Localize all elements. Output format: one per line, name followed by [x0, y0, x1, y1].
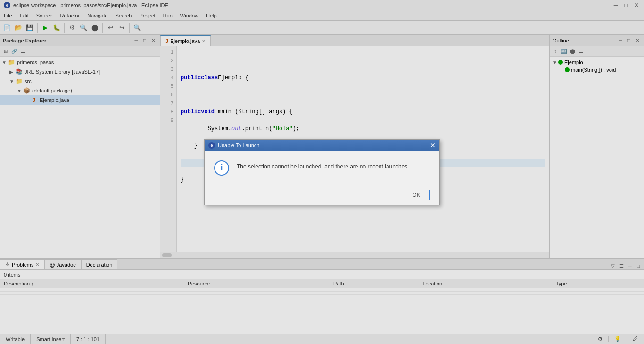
dialog-titlebar-left: e Unable To Launch [208, 142, 259, 149]
dialog-titlebar: e Unable To Launch ✕ [205, 140, 439, 151]
dialog-info-icon: i [214, 160, 229, 176]
dialog-body: i The selection cannot be launched, and … [205, 151, 439, 185]
unable-to-launch-dialog: e Unable To Launch ✕ i The selection can… [204, 139, 440, 205]
dialog-close-button[interactable]: ✕ [430, 142, 436, 149]
dialog-overlay: e Unable To Launch ✕ i The selection can… [0, 0, 644, 344]
dialog-message: The selection cannot be launched, and th… [237, 160, 409, 170]
dialog-eclipse-icon: e [208, 142, 215, 149]
dialog-footer: OK [205, 185, 439, 205]
dialog-title: Unable To Launch [218, 143, 259, 148]
dialog-ok-button[interactable]: OK [403, 190, 430, 200]
